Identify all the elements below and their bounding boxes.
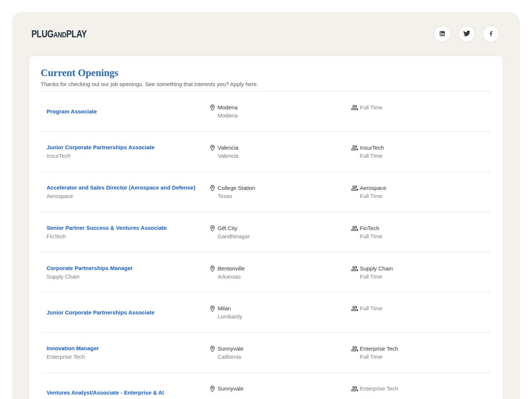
job-tag-secondary: Full Time [360,192,386,200]
location-lines: Sunnyvale California [218,345,243,361]
location-lines: Sunnyvale [218,385,243,399]
location-pin-icon [209,184,216,192]
job-title-cell: Junior Corporate Partnerships Associate [47,308,209,317]
tag-lines: Supply Chain Full Time [360,265,393,280]
people-icon [351,184,358,192]
job-tags-cell: Full Time [351,304,485,320]
card-header: Current Openings Thanks for checking out… [41,66,491,92]
job-region: Valencia [218,152,238,160]
location-pin-icon [209,305,216,312]
job-tags-cell: Full Time [351,103,485,119]
job-region: Texas [218,192,255,200]
people-icon [351,345,358,352]
page-title: Current Openings [41,66,491,79]
location-pin-icon [209,345,216,352]
job-category: Supply Chain [47,273,200,280]
job-title-link[interactable]: Innovation Manager [47,344,99,352]
people-icon [351,104,358,111]
job-location-cell: Gift City Gandhinagar [209,224,351,240]
job-city: Gift City [218,224,250,232]
location-pin-icon [209,225,216,232]
job-title-cell: Program Associate [47,108,209,116]
job-location-cell: Milan Lombardy [209,304,351,320]
tag-lines: Aerospace Full Time [360,184,386,200]
job-tag-primary: InsurTech [360,144,384,151]
job-title-link[interactable]: Junior Corporate Partnerships Associate [47,308,154,317]
job-tag-primary: Full Time [360,304,382,312]
job-row: Program Associate Modena Modena Full Tim… [41,92,491,132]
job-city: Valencia [218,144,238,151]
job-row: Innovation Manager Enterprise Tech Sunny… [41,332,491,373]
facebook-icon [488,30,494,38]
job-category: FinTech [47,232,200,240]
logo-and-text: AND [54,31,66,39]
people-icon [351,225,358,232]
job-tag-primary: FinTech [360,224,382,232]
job-category: Enterprise Tech [47,353,200,361]
job-row: Senior Partner Success & Ventures Associ… [41,212,491,252]
job-category: InsurTech [47,152,200,160]
job-region: Modena [218,112,238,119]
job-tag-primary: Enterprise Tech [360,345,398,352]
job-row: Accelerator and Sales Director (Aerospac… [41,172,491,212]
location-lines: Milan Lombardy [218,304,242,320]
job-list: Program Associate Modena Modena Full Tim… [41,92,491,399]
job-tag-primary: Enterprise Tech [360,385,398,392]
job-tag-secondary: Full Time [360,273,393,280]
location-lines: Valencia Valencia [218,144,238,160]
job-title-cell: Corporate Partnerships Manager Supply Ch… [47,264,209,280]
job-tag-primary: Aerospace [360,184,386,192]
people-icon [351,385,358,392]
location-lines: Bentonville Arkansas [218,265,245,280]
job-city: Sunnyvale [218,385,243,392]
current-openings-card: Current Openings Thanks for checking out… [29,56,503,399]
linkedin-button[interactable] [434,26,450,42]
page-container: PLUGANDPLAY Current Openings Tha [12,12,520,399]
job-tag-secondary [360,313,382,320]
job-city: Sunnyvale [218,345,243,352]
job-title-link[interactable]: Program Associate [47,108,97,116]
job-title-link[interactable]: Corporate Partnerships Manager [47,264,133,272]
tag-lines: Enterprise Tech Full Time [360,345,398,361]
page-subtitle: Thanks for checking out our job openings… [41,80,491,88]
job-tags-cell: Supply Chain Full Time [351,265,485,280]
job-location-cell: Sunnyvale [209,385,351,399]
job-tags-cell: FinTech Full Time [351,224,485,240]
job-title-cell: Innovation Manager Enterprise Tech [47,344,209,361]
job-title-cell: Ventures Analyst/Associate - Enterprise … [47,389,209,397]
tag-lines: Full Time [360,304,382,320]
job-city: Milan [218,304,242,312]
job-region [218,393,243,399]
tag-lines: FinTech Full Time [360,224,382,240]
tag-lines: Full Time [360,103,382,119]
company-logo: PLUGANDPLAY [31,28,87,40]
job-title-link[interactable]: Accelerator and Sales Director (Aerospac… [47,184,195,192]
job-title-link[interactable]: Junior Corporate Partnerships Associate [47,143,154,151]
job-row: Ventures Analyst/Associate - Enterprise … [41,373,491,399]
job-tags-cell: Enterprise Tech [351,385,485,399]
job-city: Bentonville [218,265,245,272]
job-tag-secondary: Full Time [360,353,398,361]
location-lines: Modena Modena [218,103,238,119]
job-tags-cell: Enterprise Tech Full Time [351,345,485,361]
facebook-button[interactable] [483,26,499,42]
job-tag-secondary [360,393,398,399]
job-title-cell: Accelerator and Sales Director (Aerospac… [47,184,209,200]
job-region: California [218,353,243,361]
job-region: Gandhinagar [218,232,250,240]
job-location-cell: Modena Modena [209,103,351,119]
twitter-button[interactable] [458,26,475,42]
people-icon [351,305,358,312]
tag-lines: Enterprise Tech [360,385,398,399]
twitter-icon [463,30,470,38]
job-row: Junior Corporate Partnerships Associate … [41,293,491,332]
location-pin-icon [209,104,216,111]
location-pin-icon [209,144,216,151]
job-title-link[interactable]: Ventures Analyst/Associate - Enterprise … [47,389,164,397]
job-tag-secondary: Full Time [360,152,384,160]
job-title-link[interactable]: Senior Partner Success & Ventures Associ… [47,224,167,232]
job-tag-secondary [360,112,382,119]
location-lines: College Station Texas [218,184,255,200]
job-city: Modena [218,103,238,111]
location-lines: Gift City Gandhinagar [218,224,250,240]
